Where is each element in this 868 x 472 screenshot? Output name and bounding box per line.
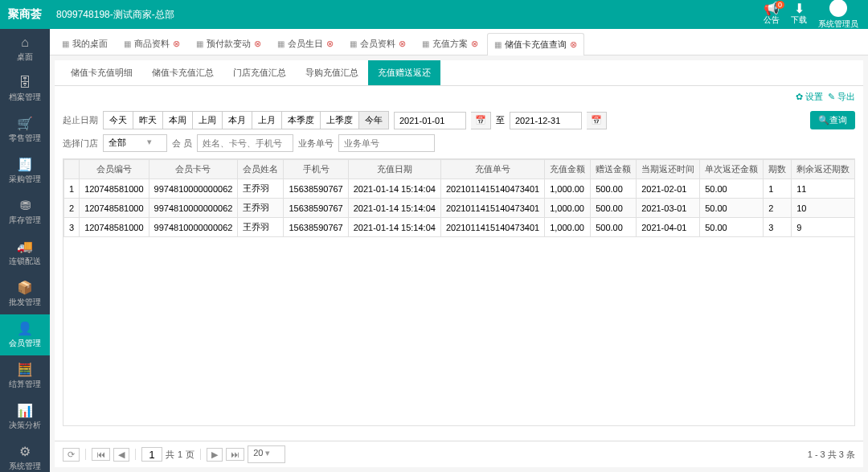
sidebar-item-10[interactable]: ⚙系统管理	[0, 437, 50, 472]
member-input[interactable]	[197, 134, 293, 152]
col-header-8[interactable]: 当期返还时间	[637, 160, 700, 179]
range-btn-1[interactable]: 昨天	[133, 111, 163, 129]
close-icon[interactable]: ⊗	[471, 39, 478, 49]
top-tabs: ▦我的桌面▦商品资料⊗▦预付款变动⊗▦会员生日⊗▦会员资料⊗▦充值方案⊗▦储值卡…	[50, 29, 868, 55]
table-row[interactable]: 21207485810009974810000000062王乔羽15638590…	[64, 199, 856, 218]
top-tab-2[interactable]: ▦预付款变动⊗	[189, 32, 268, 55]
query-button[interactable]: 🔍查询	[810, 111, 855, 129]
store-select[interactable]: 全部 ▾	[103, 134, 167, 152]
sidebar-icon: 🧾	[2, 157, 48, 172]
tab-icon: ▦	[196, 39, 203, 48]
sidebar-icon: 🛒	[2, 116, 48, 131]
range-btn-5[interactable]: 上月	[252, 111, 282, 129]
col-header-7[interactable]: 赠送金额	[591, 160, 637, 179]
cell: 1,000.00	[545, 199, 591, 218]
next-page-button[interactable]: ▶	[207, 448, 223, 462]
col-header-11[interactable]: 剩余返还期数	[792, 160, 855, 179]
calendar-from-icon[interactable]: 📅	[471, 112, 491, 129]
sub-tab-4[interactable]: 充值赠送返还	[368, 60, 440, 85]
table-row[interactable]: 11207485810009974810000000062王乔羽15638590…	[64, 179, 856, 199]
col-header-4[interactable]: 充值日期	[348, 160, 440, 179]
export-button[interactable]: ✎ 导出	[828, 91, 855, 103]
prev-page-button[interactable]: ◀	[113, 448, 129, 462]
sidebar-item-1[interactable]: 🗄档案管理	[0, 69, 50, 109]
top-tab-4[interactable]: ▦会员资料⊗	[342, 32, 413, 55]
biz-input[interactable]	[338, 134, 435, 152]
cell: 120748581000	[80, 179, 149, 199]
sidebar-label: 会员管理	[9, 339, 41, 347]
download-label: 下载	[791, 15, 807, 24]
range-btn-3[interactable]: 上周	[192, 111, 223, 129]
close-icon[interactable]: ⊗	[399, 39, 406, 49]
col-header-2[interactable]: 会员姓名	[238, 160, 284, 179]
col-header-10[interactable]: 期数	[764, 160, 792, 179]
sidebar-label: 零售管理	[9, 133, 41, 142]
top-tab-5[interactable]: ▦充值方案⊗	[415, 32, 485, 55]
announce-button[interactable]: 📢 0 公告	[764, 3, 780, 26]
range-btn-4[interactable]: 本月	[222, 111, 252, 129]
page-size-select[interactable]: 20 ▾	[248, 445, 285, 463]
range-btn-7[interactable]: 上季度	[320, 111, 359, 129]
cell: 15638590767	[284, 199, 348, 218]
cell: 2021-04-01	[637, 218, 700, 237]
col-header-6[interactable]: 充值金额	[545, 160, 591, 179]
range-btn-2[interactable]: 本周	[162, 111, 193, 129]
user-menu[interactable]: 系统管理员	[818, 0, 858, 30]
sidebar-item-5[interactable]: 🚚连锁配送	[0, 232, 50, 273]
close-icon[interactable]: ⊗	[326, 39, 334, 49]
sidebar-item-0[interactable]: ⌂桌面	[0, 29, 50, 69]
cell: 1,000.00	[545, 179, 591, 199]
cell: 10	[792, 199, 855, 218]
table-row[interactable]: 31207485810009974810000000062王乔羽15638590…	[64, 218, 856, 237]
page-suffix: 页	[186, 449, 194, 461]
sub-tab-1[interactable]: 储值卡充值汇总	[142, 60, 223, 85]
tab-label: 储值卡充值查询	[505, 39, 567, 51]
cell: 王乔羽	[238, 199, 284, 218]
row-number: 2	[64, 199, 80, 218]
range-btn-0[interactable]: 今天	[103, 111, 133, 129]
tab-icon: ▦	[277, 39, 285, 48]
top-tab-0[interactable]: ▦我的桌面	[55, 32, 115, 55]
sidebar-item-4[interactable]: ⛃库存管理	[0, 191, 50, 232]
col-rownum	[64, 160, 80, 179]
sidebar-item-7[interactable]: 👤会员管理	[0, 314, 50, 355]
page-input[interactable]	[141, 447, 162, 462]
sidebar-icon: 🧮	[2, 362, 48, 377]
col-header-0[interactable]: 会员编号	[80, 160, 149, 179]
sidebar-item-3[interactable]: 🧾采购管理	[0, 150, 50, 191]
col-header-5[interactable]: 充值单号	[440, 160, 544, 179]
col-header-1[interactable]: 会员卡号	[149, 160, 238, 179]
sub-tab-0[interactable]: 储值卡充值明细	[61, 60, 142, 85]
col-header-9[interactable]: 单次返还金额	[700, 160, 764, 179]
first-page-button[interactable]: ⏮	[92, 448, 110, 461]
sidebar-item-6[interactable]: 📦批发管理	[0, 273, 50, 314]
top-tab-3[interactable]: ▦会员生日⊗	[270, 32, 341, 55]
sidebar-item-8[interactable]: 🧮结算管理	[0, 355, 50, 396]
horizontal-scrollbar[interactable]	[63, 429, 855, 441]
close-icon[interactable]: ⊗	[570, 39, 577, 50]
cell: 2021-02-01	[637, 179, 700, 199]
refresh-button[interactable]: ⟳	[63, 448, 80, 462]
sidebar-item-9[interactable]: 📊决策分析	[0, 396, 50, 437]
sub-tab-3[interactable]: 导购充值汇总	[296, 60, 368, 85]
sub-tab-2[interactable]: 门店充值汇总	[223, 60, 296, 85]
close-icon[interactable]: ⊗	[173, 39, 180, 49]
close-icon[interactable]: ⊗	[254, 39, 261, 49]
range-btn-8[interactable]: 今年	[358, 111, 389, 129]
date-from-input[interactable]	[394, 112, 466, 129]
cell: 2	[764, 199, 792, 218]
calendar-to-icon[interactable]: 📅	[587, 112, 607, 129]
top-tab-6[interactable]: ▦储值卡充值查询⊗	[487, 33, 584, 55]
sidebar-icon: 📊	[2, 403, 48, 418]
cell: 2021-01-14 15:14:04	[348, 199, 440, 218]
last-page-button[interactable]: ⏭	[226, 448, 244, 461]
col-header-3[interactable]: 手机号	[284, 160, 348, 179]
settings-button[interactable]: ✿ 设置	[796, 91, 823, 103]
date-to-input[interactable]	[510, 112, 582, 129]
top-tab-1[interactable]: ▦商品资料⊗	[117, 32, 187, 55]
sidebar-label: 批发管理	[9, 298, 41, 306]
tab-icon: ▦	[350, 39, 357, 48]
download-button[interactable]: ⬇ 下载	[791, 3, 807, 26]
range-btn-6[interactable]: 本季度	[281, 111, 321, 129]
sidebar-item-2[interactable]: 🛒零售管理	[0, 109, 50, 150]
